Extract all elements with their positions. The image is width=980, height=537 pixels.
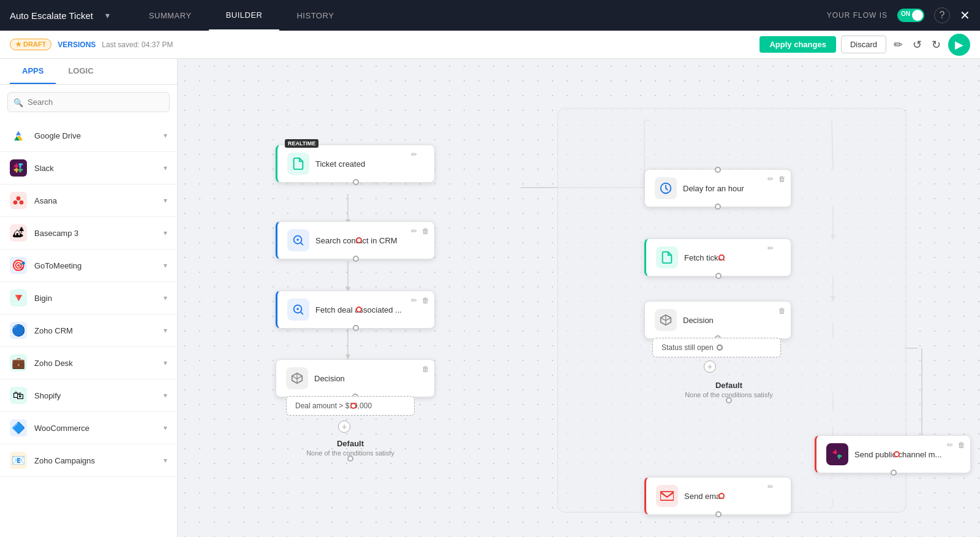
tab-builder[interactable]: BUILDER xyxy=(209,0,280,31)
svg-point-34 xyxy=(296,238,299,241)
node-send-email[interactable]: Send email ✏ xyxy=(644,477,791,515)
sidebar-item-basecamp[interactable]: 🏕 Basecamp 3 ▾ xyxy=(0,217,177,249)
node-fetch-deal[interactable]: Fetch deal associated ... ✏ 🗑 xyxy=(276,291,435,329)
fetch-deal-bottom-connector[interactable] xyxy=(353,325,359,331)
sidebar-item-googledrive[interactable]: Google Drive ▾ xyxy=(0,120,177,152)
flow-label: YOUR FLOW IS xyxy=(827,11,888,20)
edit-icon-button[interactable]: ✏ xyxy=(891,36,905,54)
decision1-label: Decision xyxy=(314,374,345,383)
sidebar-item-gotomeeting[interactable]: 🎯 GoToMeeting ▾ xyxy=(0,249,177,282)
sidebar-item-shopify[interactable]: 🛍 Shopify ▾ xyxy=(0,379,177,412)
condition-status-open[interactable]: Status still open xyxy=(652,338,781,357)
decision1-icon xyxy=(286,367,308,389)
sidebar-tab-logic[interactable]: LOGIC xyxy=(56,59,105,84)
title-chevron[interactable]: ▾ xyxy=(105,10,110,20)
search-contact-bottom-connector[interactable] xyxy=(353,256,359,262)
discard-button[interactable]: Discard xyxy=(841,36,886,53)
send-email-bottom-connector[interactable] xyxy=(715,511,722,517)
bigin-chevron: ▾ xyxy=(164,294,167,302)
redo-button[interactable]: ↻ xyxy=(929,36,943,54)
svg-point-8 xyxy=(17,196,21,200)
node-decision1[interactable]: Decision 🗑 xyxy=(276,359,435,397)
decision1-delete[interactable]: 🗑 xyxy=(422,365,429,373)
delay-icon xyxy=(655,177,677,199)
sidebar-item-zohocampaigns[interactable]: 📧 Zoho Campaigns ▾ xyxy=(0,444,177,477)
add-condition-2-button[interactable]: + xyxy=(704,360,716,373)
search-contact-right-connector[interactable] xyxy=(356,237,362,243)
node-delay[interactable]: Delay for an hour ✏ 🗑 xyxy=(644,169,791,207)
default1-bottom-connector[interactable] xyxy=(347,455,353,462)
search-box: 🔍 xyxy=(7,92,170,112)
send-public-bottom-connector[interactable] xyxy=(891,470,897,476)
asana-label: Asana xyxy=(34,196,164,205)
delay-edit[interactable]: ✏ xyxy=(767,175,774,183)
flow-toggle[interactable]: ON xyxy=(897,9,924,22)
ticket-created-edit[interactable]: ✏ xyxy=(411,150,417,159)
canvas[interactable]: REALTIME Ticket created ✏ Search contact… xyxy=(178,59,980,537)
toggle-on-text: ON xyxy=(901,10,910,17)
search-contact-edit[interactable]: ✏ xyxy=(411,227,417,235)
node-fetch-ticket[interactable]: Fetch ticket ✏ xyxy=(644,238,791,276)
delay-bottom-connector[interactable] xyxy=(715,204,721,210)
node-send-public[interactable]: Send public channel m... ✏ 🗑 xyxy=(815,435,971,473)
bigin-label: Bigin xyxy=(34,294,164,303)
send-public-right-connector[interactable] xyxy=(894,451,900,457)
svg-rect-41 xyxy=(837,455,842,457)
delay-top-connector[interactable] xyxy=(715,167,721,173)
apply-changes-button[interactable]: Apply changes xyxy=(760,36,835,53)
sidebar-tab-apps[interactable]: APPS xyxy=(10,59,56,84)
fetch-ticket-edit[interactable]: ✏ xyxy=(767,244,774,253)
search-input[interactable] xyxy=(7,92,170,112)
send-email-right-connector[interactable] xyxy=(718,493,725,499)
close-button[interactable]: ✕ xyxy=(960,8,970,23)
sidebar-item-woocommerce[interactable]: 🔷 WooCommerce ▾ xyxy=(0,412,177,444)
run-button[interactable]: ▶ xyxy=(948,34,970,56)
send-public-edit[interactable]: ✏ xyxy=(947,441,953,449)
basecamp-chevron: ▾ xyxy=(164,229,167,237)
send-public-delete[interactable]: 🗑 xyxy=(958,441,965,449)
fetch-ticket-bottom-connector[interactable] xyxy=(715,273,722,279)
node-ticket-created[interactable]: REALTIME Ticket created ✏ xyxy=(276,145,435,183)
default1-bold: Default xyxy=(301,439,399,448)
ticket-created-bottom-connector[interactable] xyxy=(353,179,359,185)
fetch-deal-edit[interactable]: ✏ xyxy=(411,296,417,305)
shopify-chevron: ▾ xyxy=(164,391,167,400)
sidebar-item-slack[interactable]: Slack ▾ xyxy=(0,152,177,185)
googledrive-label: Google Drive xyxy=(34,131,164,140)
zohocampaigns-icon: 📧 xyxy=(10,452,27,469)
send-email-edit[interactable]: ✏ xyxy=(767,482,774,491)
gotomeeting-icon: 🎯 xyxy=(10,257,27,274)
sidebar-item-bigin[interactable]: 🔻 Bigin ▾ xyxy=(0,282,177,314)
toolbar-left: ★ DRAFT VERSIONS Last saved: 04:37 PM xyxy=(10,39,173,50)
add-condition-1-button[interactable]: + xyxy=(338,421,350,433)
send-public-icon xyxy=(826,443,848,465)
versions-link[interactable]: VERSIONS xyxy=(58,40,96,49)
status-condition-right-connector[interactable] xyxy=(717,345,723,351)
undo-button[interactable]: ↺ xyxy=(910,36,924,54)
deal-condition-right-connector[interactable] xyxy=(350,403,356,409)
svg-rect-3 xyxy=(18,169,23,171)
fetch-ticket-right-connector[interactable] xyxy=(718,254,725,261)
default2-bottom-connector[interactable] xyxy=(726,397,732,403)
help-button[interactable]: ? xyxy=(934,7,950,23)
tab-summary[interactable]: SUMMARY xyxy=(132,0,209,31)
sidebar-item-zohodesk[interactable]: 💼 Zoho Desk ▾ xyxy=(0,347,177,379)
fetch-deal-right-connector[interactable] xyxy=(356,307,362,313)
decision2-delete[interactable]: 🗑 xyxy=(778,307,786,315)
fetch-deal-delete[interactable]: 🗑 xyxy=(422,296,429,305)
fetch-ticket-icon xyxy=(656,246,678,268)
default2-bold: Default xyxy=(674,381,784,390)
zohocampaigns-label: Zoho Campaigns xyxy=(34,456,164,465)
delay-delete[interactable]: 🗑 xyxy=(778,175,786,183)
woocommerce-label: WooCommerce xyxy=(34,424,164,433)
node-decision2[interactable]: Decision 🗑 xyxy=(644,301,791,339)
shopify-label: Shopify xyxy=(34,391,164,400)
sidebar-item-zohocrm[interactable]: 🔵 Zoho CRM ▾ xyxy=(0,314,177,347)
ticket-created-label: Ticket created xyxy=(315,159,365,169)
tab-history[interactable]: HISTORY xyxy=(279,0,351,31)
condition-deal-amount[interactable]: Deal amount > $10,000 xyxy=(286,396,415,416)
search-contact-delete[interactable]: 🗑 xyxy=(422,227,429,235)
sidebar-item-asana[interactable]: Asana ▾ xyxy=(0,185,177,217)
node-search-contact[interactable]: Search contact in CRM ✏ 🗑 xyxy=(276,221,435,259)
asana-chevron: ▾ xyxy=(164,196,167,205)
